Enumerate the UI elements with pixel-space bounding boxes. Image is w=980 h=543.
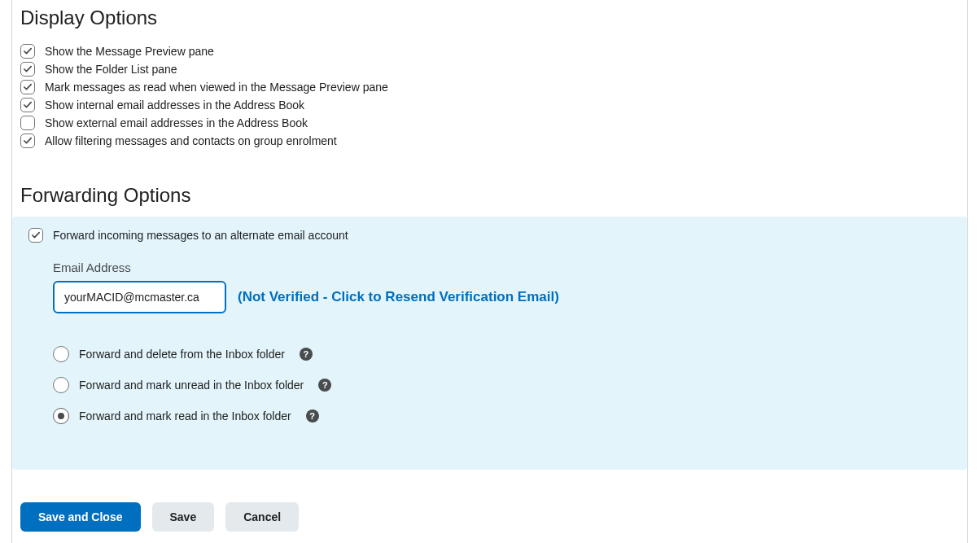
checkbox-label: Allow filtering messages and contacts on… bbox=[45, 134, 337, 147]
help-icon[interactable]: ? bbox=[300, 348, 313, 361]
resend-verification-link[interactable]: (Not Verified - Click to Resend Verifica… bbox=[238, 289, 559, 305]
display-option-row: Show the Folder List pane bbox=[20, 62, 959, 77]
display-option-row: Allow filtering messages and contacts on… bbox=[20, 134, 959, 148]
display-option-row: Mark messages as read when viewed in the… bbox=[20, 80, 959, 94]
checkbox-message-preview[interactable] bbox=[20, 44, 35, 59]
checkbox-internal-addresses[interactable] bbox=[20, 98, 35, 112]
display-options-heading: Display Options bbox=[20, 7, 959, 29]
settings-page: Display Options Show the Message Preview… bbox=[11, 0, 968, 543]
cancel-button[interactable]: Cancel bbox=[225, 502, 299, 532]
help-icon[interactable]: ? bbox=[318, 379, 331, 392]
checkbox-external-addresses[interactable] bbox=[20, 116, 35, 130]
checkbox-label: Show the Message Preview pane bbox=[45, 45, 214, 58]
radio-row: Forward and delete from the Inbox folder… bbox=[53, 346, 959, 362]
save-and-close-button[interactable]: Save and Close bbox=[20, 502, 141, 532]
button-bar: Save and Close Save Cancel bbox=[20, 502, 299, 532]
forward-behavior-radio-group: Forward and delete from the Inbox folder… bbox=[53, 346, 959, 424]
display-option-row: Show the Message Preview pane bbox=[20, 44, 959, 59]
display-option-row: Show internal email addresses in the Add… bbox=[20, 98, 959, 112]
display-option-row: Show external email addresses in the Add… bbox=[20, 116, 959, 130]
content: Display Options Show the Message Preview… bbox=[12, 0, 967, 470]
email-address-label: Email Address bbox=[53, 261, 959, 274]
forwarding-sub-section: Email Address (Not Verified - Click to R… bbox=[53, 261, 959, 424]
checkbox-label: Mark messages as read when viewed in the… bbox=[45, 81, 388, 94]
email-row: (Not Verified - Click to Resend Verifica… bbox=[53, 281, 959, 313]
save-button[interactable]: Save bbox=[152, 502, 215, 532]
radio-label: Forward and delete from the Inbox folder bbox=[79, 348, 285, 361]
help-icon[interactable]: ? bbox=[306, 409, 319, 423]
radio-label: Forward and mark read in the Inbox folde… bbox=[79, 409, 291, 423]
checkbox-forward-enable[interactable] bbox=[28, 228, 43, 243]
radio-forward-delete[interactable] bbox=[53, 346, 69, 362]
radio-label: Forward and mark unread in the Inbox fol… bbox=[79, 379, 304, 392]
email-address-input[interactable] bbox=[53, 281, 226, 313]
radio-forward-read[interactable] bbox=[53, 408, 69, 424]
checkbox-mark-read[interactable] bbox=[20, 80, 35, 94]
radio-row: Forward and mark unread in the Inbox fol… bbox=[53, 377, 959, 393]
checkbox-label: Show internal email addresses in the Add… bbox=[45, 99, 304, 112]
radio-forward-unread[interactable] bbox=[53, 377, 69, 393]
forwarding-panel: Forward incoming messages to an alternat… bbox=[12, 217, 967, 470]
checkbox-filter-group[interactable] bbox=[20, 134, 35, 148]
checkbox-label: Forward incoming messages to an alternat… bbox=[53, 229, 348, 242]
checkbox-folder-list[interactable] bbox=[20, 62, 35, 77]
forwarding-options-heading: Forwarding Options bbox=[20, 184, 959, 207]
checkbox-label: Show external email addresses in the Add… bbox=[45, 116, 308, 129]
forward-checkbox-row: Forward incoming messages to an alternat… bbox=[28, 228, 959, 243]
checkbox-label: Show the Folder List pane bbox=[45, 63, 177, 76]
radio-row: Forward and mark read in the Inbox folde… bbox=[53, 408, 959, 424]
